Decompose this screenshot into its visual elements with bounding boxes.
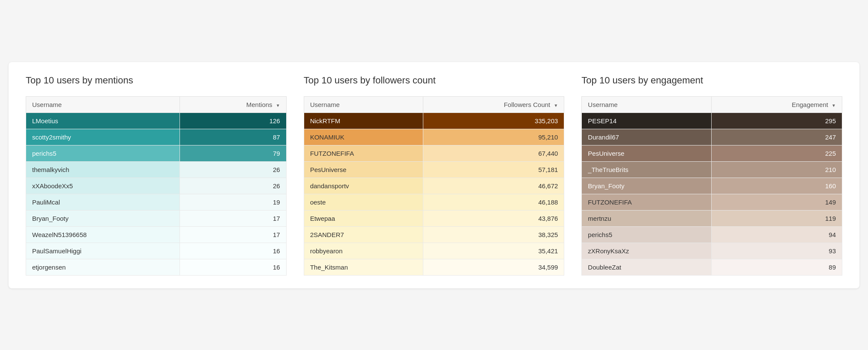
- col-header-username[interactable]: Username: [26, 96, 180, 113]
- col-header-engagement[interactable]: Engagement ▼: [712, 96, 842, 113]
- table-row: NickRTFM335,203: [304, 113, 564, 129]
- col-header-username[interactable]: Username: [304, 96, 423, 113]
- panel-title-mentions: Top 10 users by mentions: [26, 75, 287, 86]
- username-cell: zXRonyKsaXz: [582, 243, 712, 259]
- username-cell: scotty2smithy: [26, 129, 180, 145]
- value-cell: 160: [712, 178, 842, 194]
- username-cell: LMoetius: [26, 113, 180, 129]
- panel-mentions: Top 10 users by mentionsUsernameMentions…: [26, 75, 287, 276]
- value-cell: 26: [180, 178, 286, 194]
- value-cell: 225: [712, 145, 842, 161]
- value-cell: 95,210: [423, 129, 564, 145]
- value-cell: 126: [180, 113, 286, 129]
- username-cell: oeste: [304, 194, 423, 210]
- username-cell: PesUniverse: [582, 145, 712, 161]
- value-cell: 89: [712, 259, 842, 275]
- table-row: Etwepaa43,876: [304, 210, 564, 226]
- username-cell: robbyearon: [304, 243, 423, 259]
- value-cell: 35,421: [423, 243, 564, 259]
- value-cell: 57,181: [423, 161, 564, 178]
- username-cell: perichs5: [26, 145, 180, 161]
- table-row: 2SANDER738,325: [304, 226, 564, 243]
- table-mentions: UsernameMentions ▼LMoetius126scotty2smit…: [26, 96, 287, 276]
- table-row: xXAboodeXx526: [26, 178, 287, 194]
- table-row: WeazelN5139665817: [26, 226, 287, 243]
- table-row: dandansportv46,672: [304, 178, 564, 194]
- value-cell: 38,325: [423, 226, 564, 243]
- col-header-followers-count[interactable]: Followers Count ▼: [423, 96, 564, 113]
- value-cell: 16: [180, 259, 286, 275]
- table-row: DoubleeZat89: [582, 259, 842, 275]
- table-followers: UsernameFollowers Count ▼NickRTFM335,203…: [304, 96, 565, 276]
- username-cell: Durandil67: [582, 129, 712, 145]
- username-cell: 2SANDER7: [304, 226, 423, 243]
- table-row: PESEP14295: [582, 113, 842, 129]
- sort-icon: ▼: [276, 103, 280, 108]
- username-cell: WeazelN51396658: [26, 226, 180, 243]
- table-row: PauliMcal19: [26, 194, 287, 210]
- value-cell: 34,599: [423, 259, 564, 275]
- table-row: scotty2smithy87: [26, 129, 287, 145]
- username-cell: _TheTrueBrits: [582, 161, 712, 178]
- username-cell: PesUniverse: [304, 161, 423, 178]
- table-row: Bryan_Footy160: [582, 178, 842, 194]
- panel-title-followers: Top 10 users by followers count: [304, 75, 565, 86]
- username-cell: Bryan_Footy: [26, 210, 180, 226]
- username-cell: Etwepaa: [304, 210, 423, 226]
- col-header-username[interactable]: Username: [582, 96, 712, 113]
- table-row: perichs579: [26, 145, 287, 161]
- value-cell: 247: [712, 129, 842, 145]
- username-cell: The_Kitsman: [304, 259, 423, 275]
- username-cell: FUTZONEFIFA: [582, 194, 712, 210]
- panel-engagement: Top 10 users by engagementUsernameEngage…: [581, 75, 842, 276]
- value-cell: 79: [180, 145, 286, 161]
- username-cell: FUTZONEFIFA: [304, 145, 423, 161]
- value-cell: 119: [712, 210, 842, 226]
- sort-icon: ▼: [832, 103, 836, 108]
- username-cell: xXAboodeXx5: [26, 178, 180, 194]
- table-row: zXRonyKsaXz93: [582, 243, 842, 259]
- value-cell: 67,440: [423, 145, 564, 161]
- username-cell: PaulSamuelHiggi: [26, 243, 180, 259]
- username-cell: KONAMIUK: [304, 129, 423, 145]
- username-cell: etjorgensen: [26, 259, 180, 275]
- table-row: The_Kitsman34,599: [304, 259, 564, 275]
- table-row: Bryan_Footy17: [26, 210, 287, 226]
- value-cell: 93: [712, 243, 842, 259]
- value-cell: 43,876: [423, 210, 564, 226]
- value-cell: 295: [712, 113, 842, 129]
- value-cell: 94: [712, 226, 842, 243]
- username-cell: dandansportv: [304, 178, 423, 194]
- table-row: oeste46,188: [304, 194, 564, 210]
- username-cell: PESEP14: [582, 113, 712, 129]
- table-row: Durandil67247: [582, 129, 842, 145]
- table-row: PesUniverse225: [582, 145, 842, 161]
- panel-followers: Top 10 users by followers countUsernameF…: [304, 75, 565, 276]
- value-cell: 17: [180, 226, 286, 243]
- username-cell: themalkyvich: [26, 161, 180, 178]
- table-row: FUTZONEFIFA149: [582, 194, 842, 210]
- value-cell: 46,672: [423, 178, 564, 194]
- table-row: PaulSamuelHiggi16: [26, 243, 287, 259]
- value-cell: 26: [180, 161, 286, 178]
- col-header-mentions[interactable]: Mentions ▼: [180, 96, 286, 113]
- table-engagement: UsernameEngagement ▼PESEP14295Durandil67…: [581, 96, 842, 276]
- table-row: themalkyvich26: [26, 161, 287, 178]
- value-cell: 19: [180, 194, 286, 210]
- panel-title-engagement: Top 10 users by engagement: [581, 75, 842, 86]
- table-row: mertnzu119: [582, 210, 842, 226]
- username-cell: mertnzu: [582, 210, 712, 226]
- username-cell: PauliMcal: [26, 194, 180, 210]
- table-row: KONAMIUK95,210: [304, 129, 564, 145]
- table-row: LMoetius126: [26, 113, 287, 129]
- username-cell: NickRTFM: [304, 113, 423, 129]
- table-row: PesUniverse57,181: [304, 161, 564, 178]
- value-cell: 16: [180, 243, 286, 259]
- username-cell: perichs5: [582, 226, 712, 243]
- table-row: _TheTrueBrits210: [582, 161, 842, 178]
- table-row: perichs594: [582, 226, 842, 243]
- username-cell: Bryan_Footy: [582, 178, 712, 194]
- table-row: robbyearon35,421: [304, 243, 564, 259]
- value-cell: 210: [712, 161, 842, 178]
- sort-icon: ▼: [554, 103, 558, 108]
